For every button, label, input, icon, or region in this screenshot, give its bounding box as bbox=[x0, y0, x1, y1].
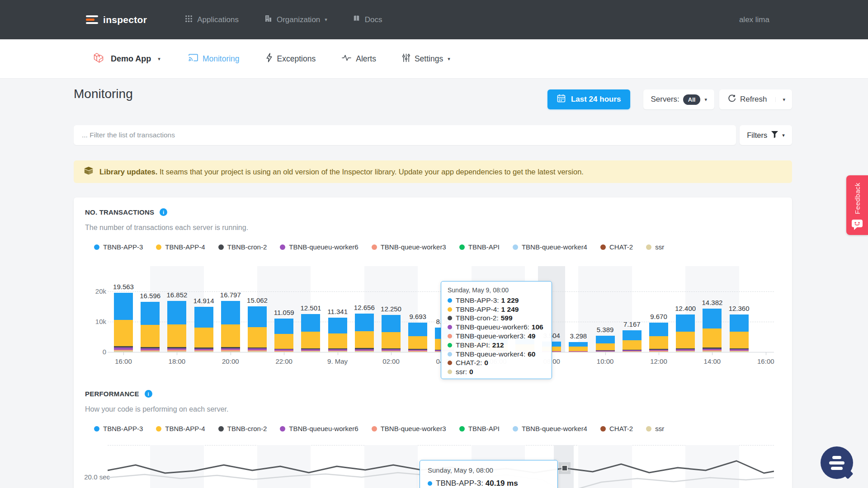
tab-settings[interactable]: Settings▾ bbox=[402, 53, 450, 65]
transactions-section-title: NO. TRANSACTIONS i bbox=[85, 208, 167, 216]
servers-label: Servers: bbox=[651, 95, 679, 104]
series-dot bbox=[448, 325, 452, 329]
legend-dot bbox=[372, 244, 377, 250]
bar[interactable] bbox=[248, 306, 267, 352]
tab-label: Alerts bbox=[356, 54, 376, 64]
legend-item[interactable]: TBNB-APP-3 bbox=[94, 243, 143, 251]
chart-hover-handle[interactable] bbox=[561, 465, 568, 471]
performance-legend: TBNB-APP-3TBNB-APP-4TBNB-cron-2TBNB-queu… bbox=[94, 425, 664, 432]
tab-label: Settings bbox=[415, 54, 443, 64]
legend-item[interactable]: TBNB-APP-4 bbox=[156, 243, 205, 251]
x-axis-tick: 9. May bbox=[327, 357, 348, 365]
legend-item[interactable]: TBNB-API bbox=[459, 243, 500, 251]
legend-item[interactable]: TBNB-cron-2 bbox=[218, 425, 267, 432]
legend-label: TBNB-APP-4 bbox=[165, 243, 205, 251]
bar-value-label: 11.341 bbox=[327, 308, 348, 315]
series-dot bbox=[448, 316, 452, 320]
performance-tooltip: Sunday, May 9, 08:00 TBNB-APP-3:40.19 ms… bbox=[420, 460, 558, 488]
feedback-tab[interactable]: Feedback bbox=[846, 175, 868, 235]
app-switcher[interactable]: Demo App ▾ bbox=[94, 52, 160, 66]
time-range-button[interactable]: Last 24 hours bbox=[547, 89, 631, 109]
chat-icon bbox=[829, 461, 844, 465]
x-axis-tick: 20:00 bbox=[222, 357, 239, 365]
bar[interactable] bbox=[167, 301, 186, 352]
bar-value-label: 14.914 bbox=[193, 297, 214, 305]
topnav-item-applications[interactable]: Applications bbox=[185, 14, 239, 25]
bar[interactable] bbox=[408, 323, 427, 352]
bar-value-label: 16.596 bbox=[140, 292, 160, 300]
tab-exceptions[interactable]: Exceptions bbox=[266, 53, 316, 65]
transactions-filter-input[interactable] bbox=[74, 125, 736, 145]
performance-section-title: PERFORMANCE i bbox=[85, 390, 152, 398]
legend-item[interactable]: ssr bbox=[646, 425, 664, 432]
bar[interactable] bbox=[649, 323, 668, 352]
bar[interactable] bbox=[355, 314, 374, 352]
tooltip-series-value: 60 bbox=[528, 350, 535, 358]
legend-dot bbox=[94, 426, 99, 432]
x-axis-tick: 16:00 bbox=[757, 357, 774, 365]
bar[interactable] bbox=[114, 293, 133, 352]
legend-label: TBNB-APP-4 bbox=[165, 425, 205, 432]
legend-item[interactable]: TBNB-APP-4 bbox=[156, 425, 205, 432]
refresh-button-group: Refresh ▾ bbox=[719, 89, 792, 109]
info-icon[interactable]: i bbox=[160, 208, 167, 216]
inspector-logo-icon bbox=[86, 15, 98, 24]
user-menu[interactable]: alex lima bbox=[739, 15, 769, 24]
tab-alerts[interactable]: Alerts bbox=[342, 53, 376, 65]
bar[interactable] bbox=[328, 318, 347, 352]
legend-item[interactable]: TBNB-queue-worker4 bbox=[513, 243, 587, 251]
transactions-tooltip: Sunday, May 9, 08:00 TBNB-APP-3:1 229TBN… bbox=[441, 281, 552, 379]
legend-item[interactable]: TBNB-APP-3 bbox=[94, 425, 143, 432]
legend-item[interactable]: TBNB-queue-worker3 bbox=[372, 425, 446, 432]
legend-item[interactable]: CHAT-2 bbox=[600, 425, 633, 432]
legend-label: CHAT-2 bbox=[609, 425, 633, 432]
banner-title: Library updates. bbox=[99, 168, 157, 176]
bar[interactable] bbox=[676, 314, 695, 352]
bar-value-label: 11.059 bbox=[274, 309, 294, 316]
legend-label: TBNB-API bbox=[468, 243, 500, 251]
x-axis-tick: 16:00 bbox=[115, 357, 132, 365]
bar[interactable] bbox=[703, 309, 722, 352]
tooltip-row: TBNB-APP-3:1 229 bbox=[448, 296, 545, 305]
chat-widget-button[interactable] bbox=[821, 446, 853, 479]
chevron-down-icon: ▾ bbox=[704, 97, 707, 102]
bar[interactable] bbox=[623, 330, 642, 352]
series-dot bbox=[448, 370, 452, 374]
topnav-item-docs[interactable]: Docs bbox=[353, 14, 382, 25]
legend-label: TBNB-queueu-worker6 bbox=[289, 425, 358, 432]
legend-label: TBNB-APP-3 bbox=[103, 425, 143, 432]
legend-item[interactable]: TBNB-queueu-worker6 bbox=[280, 425, 358, 432]
refresh-dropdown-toggle[interactable]: ▾ bbox=[775, 97, 792, 102]
legend-label: ssr bbox=[655, 425, 664, 432]
x-axis-tick: 18:00 bbox=[169, 357, 186, 365]
bar[interactable] bbox=[221, 301, 240, 352]
bar[interactable] bbox=[194, 307, 213, 352]
x-axis-tickmark bbox=[177, 352, 177, 355]
servers-filter-button[interactable]: Servers: All ▾ bbox=[643, 89, 714, 109]
info-icon[interactable]: i bbox=[145, 390, 152, 398]
bar-value-label: 16.852 bbox=[166, 291, 187, 299]
legend-item[interactable]: CHAT-2 bbox=[600, 243, 633, 251]
legend-item[interactable]: TBNB-queue-worker3 bbox=[372, 243, 446, 251]
tab-monitoring[interactable]: Monitoring bbox=[189, 53, 240, 65]
inspector-logo[interactable]: inspector bbox=[86, 14, 147, 25]
legend-item[interactable]: ssr bbox=[646, 243, 664, 251]
bar[interactable] bbox=[569, 342, 588, 352]
topnav-item-organization[interactable]: Organization▾ bbox=[264, 14, 327, 25]
tooltip-row: TBNB-APP-4:1 249 bbox=[448, 305, 545, 314]
legend-item[interactable]: TBNB-queueu-worker6 bbox=[280, 243, 358, 251]
legend-item[interactable]: TBNB-API bbox=[459, 425, 500, 432]
legend-item[interactable]: TBNB-queue-worker4 bbox=[513, 425, 587, 432]
bar[interactable] bbox=[382, 315, 401, 352]
bar[interactable] bbox=[141, 302, 160, 352]
servers-value-badge: All bbox=[683, 94, 701, 105]
refresh-button[interactable]: Refresh bbox=[719, 94, 776, 105]
bar[interactable] bbox=[301, 314, 320, 352]
bar[interactable] bbox=[274, 319, 293, 352]
tab-label: Monitoring bbox=[203, 54, 240, 64]
filters-button[interactable]: Filters ▾ bbox=[740, 125, 792, 145]
top-navbar: inspector ApplicationsOrganization▾Docs … bbox=[0, 0, 868, 39]
legend-item[interactable]: TBNB-cron-2 bbox=[218, 243, 267, 251]
bar[interactable] bbox=[730, 314, 749, 352]
bar[interactable] bbox=[596, 336, 615, 352]
